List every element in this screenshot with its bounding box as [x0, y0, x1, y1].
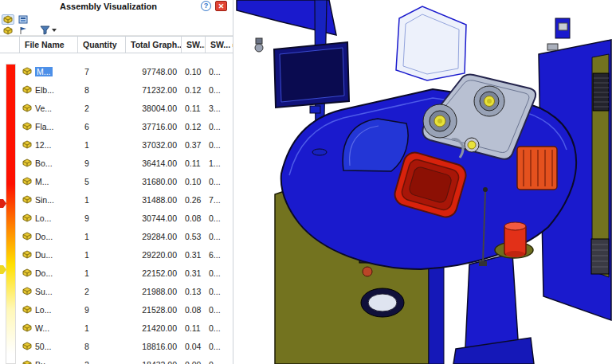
- value-bar[interactable]: [6, 64, 16, 364]
- file-name-cell: Fla...: [19, 122, 78, 131]
- total-graphics-cell: 29284.00: [126, 232, 182, 241]
- sw-value-2-cell: 0...: [206, 305, 233, 315]
- table-row[interactable]: Do... 1 22152.00 0.31 0...: [19, 264, 233, 282]
- table-row[interactable]: Lo... 9 21528.00 0.08 0...: [19, 300, 233, 319]
- column-total-graphics[interactable]: Total Graph...▸: [126, 37, 182, 53]
- sw-value-2-cell: 0...: [206, 342, 233, 351]
- heater[interactable]: [517, 147, 557, 190]
- table-row[interactable]: Bu... 2 18432.00 0.09 0...: [19, 355, 233, 364]
- table-row[interactable]: 50... 8 18816.00 0.04 0...: [19, 337, 233, 355]
- graphics-area[interactable]: [233, 0, 612, 364]
- file-name: Bo...: [35, 159, 53, 168]
- toolbar-row-filters: [2, 25, 231, 36]
- sw-value-2-cell: 0...: [206, 213, 233, 223]
- filter-button[interactable]: [40, 25, 57, 35]
- file-name-cell: W...: [19, 323, 78, 333]
- table-row[interactable]: Su... 2 21988.00 0.13 0...: [19, 282, 233, 300]
- total-graphics-cell: 30744.00: [126, 213, 182, 223]
- part-icon: [22, 159, 32, 167]
- part-icon: [22, 122, 32, 131]
- table-row[interactable]: Du... 1 29220.00 0.31 6...: [19, 245, 233, 264]
- assembly-visualization-panel: Assembly Visualization ? ✕: [0, 0, 233, 364]
- quantity-cell: 8: [78, 85, 126, 95]
- file-name: Bu...: [35, 360, 53, 364]
- file-name-cell: Bu...: [19, 360, 78, 364]
- table-row[interactable]: M... 7 97748.00 0.10 0...: [19, 62, 233, 80]
- burner-right[interactable]: [474, 86, 504, 116]
- file-name: Sin...: [35, 195, 54, 205]
- flag-performance-icon[interactable]: [17, 25, 29, 36]
- sw-value-1-cell: 0.53: [182, 232, 206, 241]
- quantity-cell: 1: [78, 140, 126, 150]
- pedestal[interactable]: [453, 253, 534, 364]
- file-name-cell: Lo...: [19, 213, 78, 223]
- file-name-cell: 50...: [19, 342, 78, 351]
- panel-title: Assembly Visualization: [24, 2, 193, 11]
- file-name: W...: [35, 323, 49, 333]
- burner-knob[interactable]: [465, 138, 479, 152]
- sw-value-1-cell: 0.08: [182, 213, 206, 223]
- monitor[interactable]: [274, 42, 349, 113]
- table-row[interactable]: Elb... 8 71232.00 0.12 0...: [19, 80, 233, 99]
- burner-left[interactable]: [423, 104, 457, 138]
- sw-value-1-cell: 0.31: [182, 268, 206, 278]
- sw-value-2-cell: 0...: [206, 287, 233, 296]
- file-name: Lo...: [35, 213, 51, 223]
- file-name-cell: Ve...: [19, 104, 78, 113]
- part-icon: [22, 140, 32, 149]
- part-icon: [22, 177, 32, 186]
- sw-value-2-cell: 0...: [206, 360, 233, 364]
- file-name: M...: [35, 177, 49, 186]
- file-name: 50...: [35, 342, 51, 351]
- total-graphics-cell: 22152.00: [126, 268, 182, 278]
- hinge[interactable]: [547, 44, 558, 50]
- help-icon[interactable]: ?: [201, 1, 211, 11]
- cup[interactable]: [504, 222, 526, 257]
- column-sw-1[interactable]: SW...▸: [182, 37, 206, 53]
- parts-view-tab-icon[interactable]: [2, 14, 14, 25]
- part-icon: [22, 360, 32, 364]
- sw-value-1-cell: 0.08: [182, 305, 206, 315]
- part-icon: [22, 287, 32, 296]
- column-sw-2[interactable]: SW...▸: [206, 37, 233, 53]
- sw-value-1-cell: 0.10: [182, 177, 206, 186]
- sw-value-2-cell: 0...: [206, 140, 233, 150]
- panel-toolbar: [0, 14, 233, 36]
- table-row[interactable]: W... 1 21420.00 0.11 0...: [19, 319, 233, 337]
- pole-base[interactable]: [312, 149, 327, 155]
- close-icon[interactable]: ✕: [215, 1, 227, 11]
- gutter-header: [0, 37, 19, 53]
- table-row[interactable]: Lo... 9 30744.00 0.08 0...: [19, 209, 233, 227]
- table-row[interactable]: M... 5 31680.00 0.10 0...: [19, 172, 233, 190]
- quantity-cell: 5: [78, 177, 126, 186]
- sw-value-2-cell: 7...: [206, 195, 233, 205]
- file-name: M...: [35, 67, 53, 76]
- table-row[interactable]: 12... 1 37032.00 0.37 0...: [19, 135, 233, 154]
- show-parts-icon[interactable]: [2, 25, 14, 36]
- camera[interactable]: [255, 38, 263, 52]
- nested-view-tab-icon[interactable]: [17, 14, 29, 25]
- part-icon: [22, 67, 32, 76]
- table-row[interactable]: Do... 1 29284.00 0.53 0...: [19, 227, 233, 245]
- column-quantity[interactable]: Quantity: [78, 37, 126, 53]
- quantity-cell: 2: [78, 287, 126, 296]
- app-window: Assembly Visualization ? ✕: [0, 0, 612, 364]
- column-file-name[interactable]: File Name: [19, 37, 78, 53]
- file-name-cell: Elb...: [19, 85, 78, 95]
- file-name-cell: Lo...: [19, 305, 78, 315]
- open-lid[interactable]: [396, 6, 466, 80]
- table-row[interactable]: Ve... 2 38004.00 0.11 3...: [19, 99, 233, 117]
- file-name-cell: M...: [19, 67, 78, 76]
- table-row[interactable]: Sin... 1 31488.00 0.26 7...: [19, 190, 233, 209]
- table-row[interactable]: Bo... 9 36414.00 0.11 1...: [19, 154, 233, 172]
- wall-bracket[interactable]: [555, 18, 570, 38]
- total-graphics-cell: 21988.00: [126, 287, 182, 296]
- table-row[interactable]: Fla... 6 37716.00 0.12 0...: [19, 117, 233, 135]
- file-name: 12...: [35, 140, 51, 150]
- file-name-cell: Do...: [19, 232, 78, 241]
- knob[interactable]: [363, 267, 372, 276]
- part-icon: [22, 305, 32, 314]
- sw-value-2-cell: 0...: [206, 232, 233, 241]
- filter-dropdown-arrow[interactable]: [52, 29, 57, 32]
- sw-value-2-cell: 3...: [206, 104, 233, 113]
